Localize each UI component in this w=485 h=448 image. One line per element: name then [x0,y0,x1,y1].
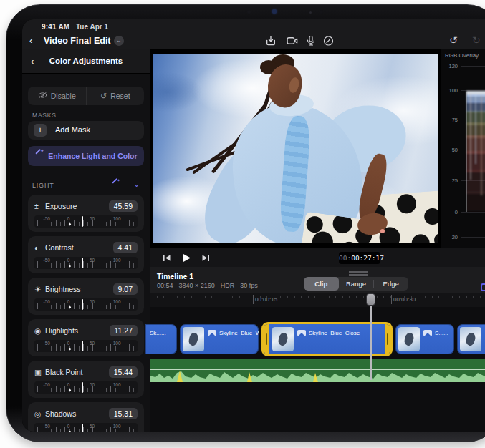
timeline-zoom-icon[interactable] [481,283,485,291]
shadows-value[interactable]: 15.31 [109,408,138,419]
front-camera-lens [272,9,277,14]
disable-label: Disable [51,92,76,100]
scale-label: 50 [90,258,95,263]
slider-shadows: ◎Shadows15.31 -50 0 50 100 [28,402,144,432]
scope-waveform [464,64,485,215]
timeline-track-area: Sk...... Skyline_Blue_Wide Skyline_Blue_… [150,307,485,432]
clip-skyline-1[interactable]: Sk...... [145,324,177,354]
play-icon[interactable] [180,253,193,263]
slider-highlights: ◉Highlights11.27 -50 0 50 100 [28,319,144,356]
value-indicator[interactable] [82,382,83,393]
value-indicator[interactable] [82,258,83,268]
scale-label: 0 [67,258,70,263]
disable-reset-group: Disable ↺ Reset [28,87,144,105]
camera-sensor-dot [309,11,312,14]
playhead-line[interactable] [370,293,372,380]
audio-track[interactable] [150,359,485,382]
timeline-header: Timeline 1 00:54 · 3840 × 2160 · HDR · 3… [150,267,485,293]
clip-skyline-3[interactable] [457,324,485,354]
transport-bar: 00:00:27:17 [150,248,485,267]
microphone-icon[interactable] [306,35,316,47]
photo-icon [297,330,306,336]
value-indicator[interactable] [82,341,83,351]
value-indicator[interactable] [82,424,83,432]
next-frame-icon[interactable] [200,253,211,263]
ruler-label: 00:00:15 [255,296,277,303]
camera-sensor-dot2 [320,10,323,14]
plus-icon: + [34,124,47,137]
collapse-chevron-icon[interactable]: ⌄ [134,180,140,188]
mode-clip[interactable]: Clip [304,277,339,291]
tablet-device: 9:41 AM Tue Apr 1 ‹ Video Final Edit ⌄ [6,4,485,442]
timecode-hours: 00: [339,254,351,262]
undo-icon[interactable]: ↺ [449,34,458,46]
panel-header: ‹ Color Adjustments [22,49,150,74]
reset-label: Reset [110,92,130,100]
black-point-value[interactable]: 15.44 [109,366,138,378]
project-title[interactable]: Video Final Edit [44,36,111,46]
scale-label: 50 [90,299,95,304]
pencil-draw-icon[interactable] [323,35,334,47]
color-adjustments-panel: ‹ Color Adjustments Disable ↺ Reset [22,49,150,432]
shadows-slider[interactable]: -50 0 50 100 [34,423,138,432]
slider-brightness: ☀Brightness9.07 -50 0 50 100 [28,278,144,315]
chevron-down-icon[interactable]: ⌄ [114,36,124,46]
highlights-value[interactable]: 11.27 [110,325,138,336]
scale-label: 100 [113,382,121,387]
trim-handle-right[interactable] [385,324,390,354]
brightness-slider[interactable]: -50 0 50 100 [34,298,138,311]
camera-icon[interactable] [286,35,299,47]
timeline-ruler[interactable]: 00:00:15 00:00:30 [150,293,485,307]
disable-button[interactable]: Disable [28,87,86,105]
scale-label: 100 [113,341,121,346]
slider-name: Contrast [45,243,113,252]
clip-skyline-2[interactable]: S...... [395,324,454,354]
trim-handle-left[interactable] [264,324,269,354]
timeline-name: Timeline 1 [157,272,193,281]
scope-tick: 100 [448,87,458,94]
value-indicator[interactable] [82,299,83,310]
brightness-value[interactable]: 9.07 [113,283,138,295]
slider-name: Shadows [45,409,109,418]
contrast-value[interactable]: 4.41 [113,242,138,253]
video-viewer[interactable] [150,49,439,248]
mode-edge[interactable]: Edge [373,277,408,291]
light-wand-icon[interactable] [111,181,120,190]
nail [380,229,385,233]
scale-label: -50 [44,299,50,304]
contrast-slider[interactable]: -50 0 50 100 [34,257,138,269]
panel-drag-handle[interactable] [349,271,368,276]
back-icon[interactable]: ‹ [29,35,32,46]
camera-dot [247,10,251,14]
scope-tick: -20 [450,234,458,240]
masks-section-label: MASKS [32,112,57,119]
title-bar: ‹ Video Final Edit ⌄ [22,32,485,49]
enhance-light-color-button[interactable]: Enhance Light and Color [28,146,144,166]
previous-frame-icon[interactable] [161,253,173,263]
scope-tick: 75 [452,117,458,123]
import-icon[interactable] [264,35,277,47]
mode-range[interactable]: Range [339,277,374,291]
exposure-value[interactable]: 45.59 [109,200,138,212]
highlights-slider[interactable]: -50 0 50 100 [34,340,138,352]
playhead-handle[interactable] [366,293,375,306]
clip-thumbnail [272,327,294,351]
clip-skyline-blue-wide[interactable]: Skyline_Blue_Wide [180,324,259,354]
timecode-value: 00:27:17 [351,254,384,262]
video-frame [153,54,438,243]
scope-tick: 0 [455,209,458,215]
scale-label: 100 [113,258,121,263]
timeline-meta: 00:54 · 3840 × 2160 · HDR · 30 fps [157,282,258,289]
edit-mode-segmented-control: Clip Range Edge [304,277,408,291]
eye-slash-icon [38,92,47,100]
scale-label: 100 [113,299,121,304]
black-point-slider[interactable]: -50 0 50 100 [34,381,138,394]
value-indicator[interactable] [82,216,83,227]
add-mask-button[interactable]: + Add Mask [28,121,144,140]
exposure-slider[interactable]: -50 0 50 100 [34,215,138,228]
slider-name: Exposure [45,202,109,210]
reset-button[interactable]: ↺ Reset [86,87,145,105]
panel-title: Color Adjustments [22,57,150,65]
scale-label: 0 [67,299,70,304]
screen: 9:41 AM Tue Apr 1 ‹ Video Final Edit ⌄ [22,19,485,432]
